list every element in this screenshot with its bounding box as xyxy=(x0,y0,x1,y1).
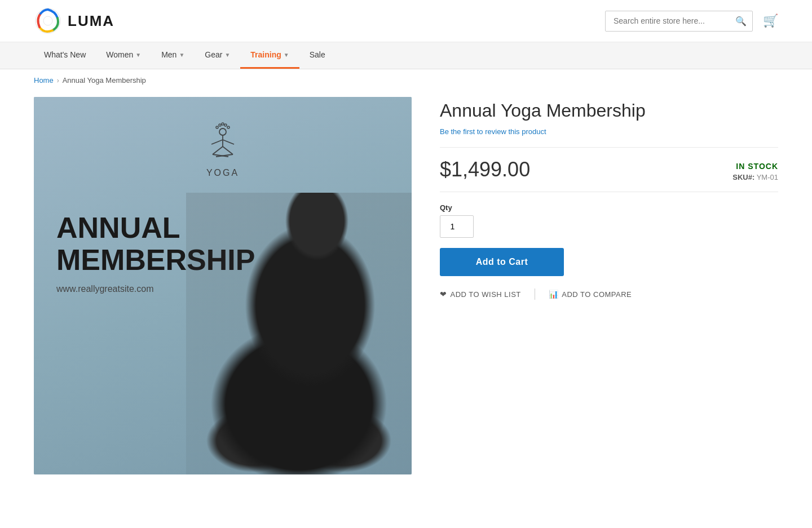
review-link[interactable]: Be the first to review this product xyxy=(440,127,546,136)
compare-label: ADD TO COMPARE xyxy=(562,290,632,299)
luma-logo-icon xyxy=(34,7,62,35)
chevron-down-icon: ▼ xyxy=(179,52,184,58)
main-content: YOGA ANNUAL MEMBERSHIP www.reallygreatsi… xyxy=(0,91,812,497)
search-input[interactable] xyxy=(606,12,730,30)
svg-point-4 xyxy=(227,126,230,128)
svg-line-10 xyxy=(223,140,234,144)
price-stock-row: $1,499.00 IN STOCK SKU#: YM-01 xyxy=(440,147,778,192)
breadcrumb-current: Annual Yoga Membership xyxy=(63,76,146,85)
logo-text: LUMA xyxy=(68,12,114,30)
svg-point-2 xyxy=(222,123,224,125)
breadcrumb-separator: › xyxy=(57,77,59,85)
logo-area: LUMA xyxy=(34,7,114,35)
nav-label-whats-new: What's New xyxy=(44,50,86,59)
stock-status-badge: IN STOCK xyxy=(732,162,778,171)
compare-icon: 📊 xyxy=(549,290,559,299)
nav-item-men[interactable]: Men ▼ xyxy=(151,42,195,69)
nav-item-gear[interactable]: Gear ▼ xyxy=(195,42,240,69)
yoga-label-text: YOGA xyxy=(206,168,239,178)
chevron-down-icon: ▼ xyxy=(135,52,141,58)
product-image-yoga-card: YOGA ANNUAL MEMBERSHIP www.reallygreatsi… xyxy=(34,97,412,474)
yoga-icon-area: YOGA xyxy=(56,119,389,178)
breadcrumb-home-link[interactable]: Home xyxy=(34,76,54,85)
svg-point-0 xyxy=(36,8,60,33)
search-submit-button[interactable]: 🔍 xyxy=(730,11,752,31)
heart-icon: ❤ xyxy=(440,290,447,299)
nav-label-training: Training xyxy=(250,50,281,59)
product-title: Annual Yoga Membership xyxy=(440,100,778,121)
cart-icon: 🛒 xyxy=(763,14,778,28)
chevron-down-icon: ▼ xyxy=(284,52,289,58)
main-nav: What's New Women ▼ Men ▼ Gear ▼ Training… xyxy=(0,42,812,69)
svg-line-11 xyxy=(213,147,223,154)
nav-item-sale[interactable]: Sale xyxy=(299,42,336,69)
action-separator xyxy=(535,289,535,300)
breadcrumb: Home › Annual Yoga Membership xyxy=(0,69,812,91)
svg-line-13 xyxy=(223,147,233,154)
sku-line: SKU#: YM-01 xyxy=(732,173,778,181)
svg-line-9 xyxy=(211,140,223,144)
header-right: 🔍 🛒 xyxy=(605,11,778,32)
product-image-area: YOGA ANNUAL MEMBERSHIP www.reallygreatsi… xyxy=(34,97,412,474)
search-box: 🔍 xyxy=(605,11,753,32)
qty-section: Qty xyxy=(440,203,778,238)
action-links: ❤ ADD TO WISH LIST 📊 ADD TO COMPARE xyxy=(440,289,778,300)
svg-point-3 xyxy=(224,124,227,126)
stock-sku-area: IN STOCK SKU#: YM-01 xyxy=(732,162,778,181)
nav-label-men: Men xyxy=(161,50,176,59)
nav-label-gear: Gear xyxy=(205,50,222,59)
chevron-down-icon: ▼ xyxy=(224,52,230,58)
add-to-wishlist-button[interactable]: ❤ ADD TO WISH LIST xyxy=(440,290,521,299)
add-to-cart-button[interactable]: Add to Cart xyxy=(440,248,564,276)
wishlist-label: ADD TO WISH LIST xyxy=(451,290,521,299)
product-image-container: YOGA ANNUAL MEMBERSHIP www.reallygreatsi… xyxy=(34,97,412,474)
search-icon: 🔍 xyxy=(735,16,747,26)
site-header: LUMA 🔍 🛒 xyxy=(0,0,812,42)
cart-button[interactable]: 🛒 xyxy=(763,14,778,28)
nav-item-whats-new[interactable]: What's New xyxy=(34,42,96,69)
product-details: Annual Yoga Membership Be the first to r… xyxy=(440,97,778,300)
qty-label: Qty xyxy=(440,203,778,212)
woman-inner xyxy=(186,193,412,474)
svg-point-5 xyxy=(219,124,221,126)
qty-input[interactable] xyxy=(440,215,474,238)
add-to-compare-button[interactable]: 📊 ADD TO COMPARE xyxy=(549,290,632,299)
nav-item-training[interactable]: Training ▼ xyxy=(240,42,299,69)
nav-label-sale: Sale xyxy=(310,50,325,59)
nav-label-women: Women xyxy=(106,50,133,59)
nav-item-women[interactable]: Women ▼ xyxy=(96,42,151,69)
sku-label: SKU#: xyxy=(732,173,754,181)
sku-value: YM-01 xyxy=(757,173,778,181)
yoga-pose-icon xyxy=(200,119,245,165)
woman-figure xyxy=(186,193,412,474)
svg-point-7 xyxy=(219,128,226,135)
svg-point-6 xyxy=(216,126,218,128)
product-price: $1,499.00 xyxy=(440,158,530,181)
svg-point-1 xyxy=(43,16,52,25)
